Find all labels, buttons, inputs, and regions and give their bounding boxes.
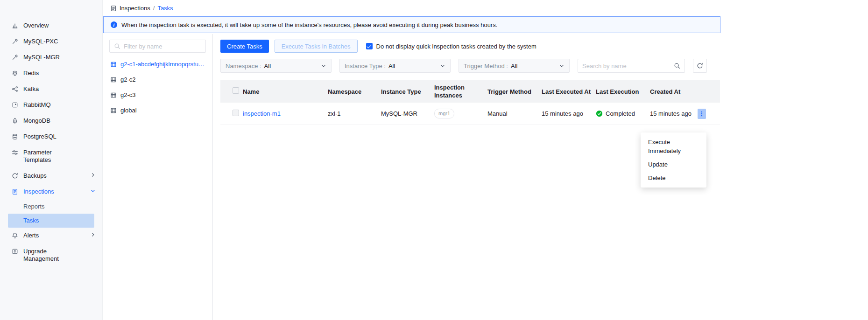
inspections-icon <box>11 188 19 195</box>
trigger-method-select[interactable]: Trigger Method : All <box>459 59 570 73</box>
cell-trigger-method: Manual <box>487 110 542 118</box>
app: Overview MySQL-PXC MySQL-MGR Redis Kafka… <box>0 0 868 320</box>
rabbitmq-icon <box>11 101 19 109</box>
cell-last-executed-at: 15 minutes ago <box>542 110 596 118</box>
sidebar-item-rabbitmq[interactable]: RabbitMQ <box>0 97 102 113</box>
column-header-last-executed-at: Last Executed At <box>542 88 596 96</box>
sidebar-item-label: PostgreSQL <box>23 133 73 140</box>
sidebar-item-mysql-mgr[interactable]: MySQL-MGR <box>0 49 102 65</box>
cluster-item-g2-c2[interactable]: g2-c2 <box>109 72 206 87</box>
select-value: All <box>264 63 271 70</box>
cell-created-at: 15 minutes ago <box>650 109 720 119</box>
sidebar-item-label: Overview <box>23 22 73 29</box>
sidebar-item-backups[interactable]: Backups <box>0 168 102 184</box>
cluster-item-label: g2-c2 <box>120 76 136 83</box>
main-area: Inspections / Tasks i When the inspectio… <box>103 0 868 320</box>
chevron-right-icon <box>90 232 96 237</box>
row-checkbox[interactable] <box>233 110 239 116</box>
execute-batches-button[interactable]: Execute Tasks in Batches <box>275 40 358 53</box>
cluster-item-g2-c1[interactable]: g2-c1-abcdefghijklmnopqrstuvwx... <box>109 56 206 72</box>
more-actions-button[interactable] <box>698 109 706 119</box>
sidebar-item-reports[interactable]: Reports <box>0 200 102 214</box>
sidebar-item-redis[interactable]: Redis <box>0 65 102 81</box>
sidebar-item-mongodb[interactable]: MongoDB <box>0 113 102 129</box>
cluster-grid-icon <box>110 61 117 68</box>
column-header-name: Name <box>243 88 328 96</box>
sidebar-item-label: Inspections <box>23 188 73 195</box>
mongodb-icon <box>11 117 19 125</box>
instance-tag: mgr1 <box>434 109 454 118</box>
sidebar-item-alerts[interactable]: Alerts <box>0 228 102 243</box>
sidebar-item-label: Parameter Templates <box>23 149 73 164</box>
select-label: Instance Type : <box>345 63 386 70</box>
status-text: Completed <box>606 110 635 118</box>
select-value: All <box>388 63 395 70</box>
cluster-list: g2-c1-abcdefghijklmnopqrstuvwx... g2-c2 … <box>109 56 206 118</box>
sidebar-item-tasks[interactable]: Tasks <box>8 214 94 228</box>
namespace-select[interactable]: Namespace : All <box>220 59 332 73</box>
mysql-pxc-icon <box>11 38 19 45</box>
tasks-table: Name Namespace Instance Type Inspection … <box>220 80 720 125</box>
name-search[interactable] <box>578 59 685 73</box>
cell-instance-type: MySQL-MGR <box>381 110 434 118</box>
breadcrumb-parent[interactable]: Inspections <box>120 5 150 12</box>
hide-system-tasks-checkbox[interactable] <box>366 43 373 49</box>
name-search-input[interactable] <box>582 63 674 70</box>
parameter-templates-icon <box>11 149 19 156</box>
body-row: g2-c1-abcdefghijklmnopqrstuvwx... g2-c2 … <box>103 34 720 320</box>
sidebar-item-label: Backups <box>23 172 73 180</box>
breadcrumb-current[interactable]: Tasks <box>157 5 173 12</box>
sidebar: Overview MySQL-PXC MySQL-MGR Redis Kafka… <box>0 0 103 320</box>
sidebar-item-label: Kafka <box>23 85 73 93</box>
refresh-button[interactable] <box>693 59 707 73</box>
cluster-panel: g2-c1-abcdefghijklmnopqrstuvwx... g2-c2 … <box>103 34 213 320</box>
cluster-filter-input[interactable] <box>124 43 201 50</box>
cluster-grid-icon <box>110 107 117 114</box>
cluster-item-global[interactable]: global <box>109 103 206 118</box>
inspections-breadcrumb-icon <box>110 5 117 12</box>
cluster-grid-icon <box>110 92 117 98</box>
column-header-instance-type: Instance Type <box>381 88 434 96</box>
select-value: All <box>511 63 517 70</box>
create-tasks-button[interactable]: Create Tasks <box>220 40 269 53</box>
search-icon[interactable] <box>674 63 680 69</box>
cluster-item-g2-c3[interactable]: g2-c3 <box>109 87 206 103</box>
row-actions-menu: Execute Immediately Update Delete <box>641 132 706 188</box>
chevron-down-icon <box>440 63 445 69</box>
sidebar-item-kafka[interactable]: Kafka <box>0 81 102 97</box>
cluster-item-label: g2-c1-abcdefghijklmnopqrstuvwx... <box>120 61 205 68</box>
menu-item-update[interactable]: Update <box>641 158 706 171</box>
filter-bar: Namespace : All Instance Type : All Trig… <box>220 59 720 73</box>
sidebar-item-parameter-templates[interactable]: Parameter Templates <box>0 145 102 168</box>
task-name-link[interactable]: inspection-m1 <box>243 110 281 117</box>
sidebar-item-label: Alerts <box>23 232 73 239</box>
sidebar-item-inspections[interactable]: Inspections <box>0 184 102 200</box>
kafka-icon <box>11 85 19 93</box>
menu-item-delete[interactable]: Delete <box>641 171 706 185</box>
chevron-down-icon <box>321 63 326 69</box>
cluster-filter[interactable] <box>109 40 206 53</box>
banner-text: When the inspection task is executed, it… <box>121 21 497 28</box>
cluster-grid-icon <box>110 77 117 83</box>
sidebar-item-mysql-pxc[interactable]: MySQL-PXC <box>0 34 102 49</box>
sidebar-item-overview[interactable]: Overview <box>0 18 102 34</box>
select-label: Namespace : <box>226 63 261 70</box>
bar-chart-icon <box>11 22 19 29</box>
hide-system-tasks-checkbox-wrap: Do not display quick inspection tasks cr… <box>366 43 536 50</box>
sidebar-item-postgresql[interactable]: PostgreSQL <box>0 129 102 145</box>
sidebar-item-label: RabbitMQ <box>23 101 73 109</box>
sidebar-item-label: MySQL-MGR <box>23 54 73 61</box>
column-header-created-at: Created At <box>650 88 720 96</box>
refresh-icon <box>697 63 703 69</box>
breadcrumb: Inspections / Tasks <box>103 4 720 16</box>
instance-type-select[interactable]: Instance Type : All <box>339 59 451 73</box>
table-header-row: Name Namespace Instance Type Inspection … <box>220 80 720 103</box>
column-header-inspection-instances: Inspection Instances <box>434 83 487 99</box>
menu-item-execute-immediately[interactable]: Execute Immediately <box>641 135 706 158</box>
sidebar-item-upgrade-management[interactable]: Upgrade Management <box>0 243 102 267</box>
chevron-down-icon <box>559 63 565 69</box>
postgresql-icon <box>11 133 19 140</box>
select-all-checkbox[interactable] <box>233 87 239 94</box>
search-icon <box>114 43 120 49</box>
column-header-trigger-method: Trigger Method <box>487 88 542 96</box>
